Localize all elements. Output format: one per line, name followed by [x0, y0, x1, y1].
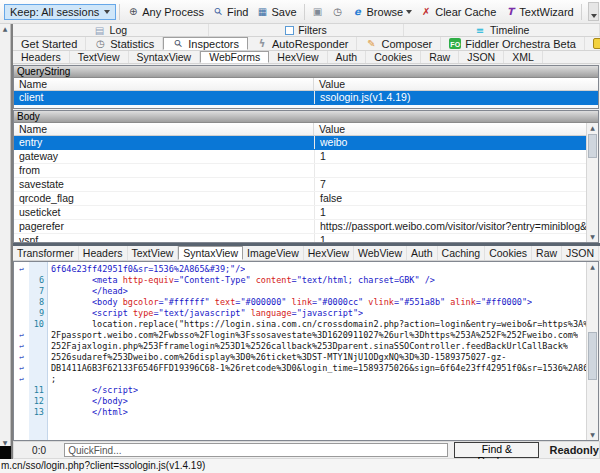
tab-log[interactable]: ▤Log [13, 24, 209, 36]
chevron-down-icon [104, 10, 110, 14]
fiddler-window: Keep: All sessions ⊕Any Process⚲Find▦Sav… [0, 0, 600, 473]
quickfind-input[interactable] [64, 443, 448, 457]
tab-headers[interactable]: Headers [13, 51, 70, 63]
tab-raw[interactable]: Raw [421, 51, 459, 63]
find-button-label: Find [227, 6, 248, 18]
find-replace-button[interactable]: Find & Replace [454, 442, 539, 458]
tab-fiddlerscript[interactable]: FiddlerScript [585, 37, 600, 50]
tab-syntaxview[interactable]: SyntaxView [178, 246, 243, 260]
find-button[interactable]: ⚲Find [208, 4, 252, 20]
tab-cookies[interactable]: Cookies [366, 51, 421, 63]
column-header-name[interactable]: Name [14, 123, 314, 135]
tab-textview[interactable]: TextView [70, 51, 129, 63]
textwizard-icon: T [504, 6, 516, 17]
tab-label: Composer [381, 38, 432, 50]
tab-filters[interactable]: Filters [209, 24, 405, 36]
filters-checkbox-icon [285, 26, 294, 35]
tab-label: Auth [411, 247, 433, 259]
inspectors-magnifier-icon: ⚲ [170, 35, 186, 51]
tab-imageview[interactable]: ImageView [243, 246, 304, 260]
tab-label: TextView [132, 247, 174, 259]
cell-value: 1 [314, 206, 586, 219]
screenshot-button[interactable]: ▣ [308, 4, 328, 19]
scroll-up-icon[interactable]: ▲ [587, 123, 598, 133]
tab-hexview[interactable]: HexView [269, 51, 327, 63]
any-process-button[interactable]: ⊕Any Process [123, 4, 208, 20]
column-header-name[interactable]: Name [14, 78, 314, 90]
cell-name: from [14, 164, 314, 177]
cell-name: client [14, 91, 314, 104]
table-row[interactable]: qrcode_flagfalse [14, 192, 586, 206]
quickfind-bar: 0:0 Find & Replace Readonly [13, 441, 600, 459]
tab-transformer[interactable]: Transformer [13, 246, 79, 260]
textwizard-button[interactable]: TTextWizard [500, 4, 577, 20]
body-scrollbar[interactable]: ▲ ▼ [586, 123, 598, 242]
code-scrollbar[interactable]: ▲ ▼ [586, 262, 598, 440]
scroll-down-icon[interactable]: ▼ [587, 430, 598, 440]
tab-auth[interactable]: Auth [407, 246, 438, 260]
table-row[interactable]: from [14, 164, 586, 178]
table-row[interactable]: pagereferhttps://passport.weibo.com/visi… [14, 220, 586, 234]
line-number: 8 [29, 297, 47, 308]
tab-json[interactable]: JSON [459, 51, 504, 63]
tab-webview[interactable]: WebView [354, 246, 407, 260]
fiddler-orchestra-icon: FO [449, 38, 461, 49]
scrollbar-thumb[interactable] [588, 332, 597, 380]
column-header-value[interactable]: Value [314, 123, 586, 135]
tab-cookies[interactable]: Cookies [485, 246, 532, 260]
column-header-value[interactable]: Value [314, 78, 598, 90]
tab-xml[interactable]: XML [504, 51, 543, 63]
querystring-empty-area [14, 105, 598, 109]
timer-button[interactable]: ◷ [328, 4, 348, 19]
tab-fiddler-orchestra-beta[interactable]: FOFiddler Orchestra Beta [441, 37, 585, 50]
toolbar-separator [304, 4, 305, 20]
tab-textview[interactable]: TextView [128, 246, 179, 260]
clear-cache-button[interactable]: ✗Clear Cache [416, 4, 500, 20]
tab-json[interactable]: JSON [562, 246, 599, 260]
querystring-panel: QueryString Name Value clientssologin.js… [13, 65, 599, 109]
readonly-label: Readonly [549, 444, 599, 456]
table-row[interactable]: gateway1 [14, 150, 586, 164]
toolbar-overflow-button[interactable] [588, 2, 599, 21]
table-row[interactable]: useticket1 [14, 206, 586, 220]
line-number [29, 363, 47, 374]
code-text: </head> [47, 286, 128, 297]
code-line: 11 </script> [14, 385, 586, 396]
table-row[interactable]: entryweibo [14, 136, 586, 150]
code-text: </script> [47, 385, 138, 396]
tab-label: Headers [83, 247, 123, 259]
tab-webforms[interactable]: WebForms [200, 51, 269, 63]
keep-sessions-dropdown[interactable]: Keep: All sessions [4, 4, 116, 20]
tab-headers[interactable]: Headers [79, 246, 128, 260]
scroll-up-icon[interactable]: ▲ [0, 24, 10, 34]
tab-get-started[interactable]: Get Started [13, 37, 86, 50]
tab-statistics[interactable]: ◷Statistics [86, 37, 163, 50]
session-list-scrollbar[interactable]: ▲ ▼ [0, 24, 11, 448]
tab-composer[interactable]: ✎Composer [357, 37, 441, 50]
code-text: <script type="text/javascript" language=… [47, 308, 363, 319]
browse-button[interactable]: eBrowse [348, 4, 417, 20]
tab-raw[interactable]: Raw [532, 246, 562, 260]
querystring-column-headers: Name Value [14, 78, 598, 91]
table-row[interactable]: savestate7 [14, 178, 586, 192]
tab-caching[interactable]: Caching [438, 246, 486, 260]
line-wrap-icon: ↩ [14, 264, 29, 275]
tab-auth[interactable]: Auth [328, 51, 367, 63]
stopwatch-icon: ◷ [332, 6, 344, 17]
tab-label: TextView [78, 51, 120, 63]
tab-inspectors[interactable]: ⚲Inspectors [163, 37, 248, 50]
table-row[interactable]: vsnf1 [14, 234, 586, 242]
tab-timeline[interactable]: ≡Timeline [404, 24, 600, 36]
scroll-down-icon[interactable]: ▼ [587, 232, 598, 242]
table-row[interactable]: clientssologin.js(v1.4.19) [14, 91, 598, 105]
save-button[interactable]: ▦Save [252, 4, 300, 20]
cell-name: qrcode_flag [14, 192, 314, 205]
tab-syntaxview[interactable]: SyntaxView [129, 51, 201, 63]
line-number: 12 [29, 396, 47, 407]
scroll-up-icon[interactable]: ▲ [587, 262, 598, 272]
scrollbar-thumb[interactable] [588, 134, 597, 158]
code-editor[interactable]: ↩6f64e23ff42951f0&sr=1536%2A865&#39;"/>6… [14, 262, 586, 440]
tab-hexview[interactable]: HexView [304, 246, 354, 260]
tab-autoresponder[interactable]: ϟAutoResponder [248, 37, 357, 50]
tab-label: HexView [308, 247, 349, 259]
